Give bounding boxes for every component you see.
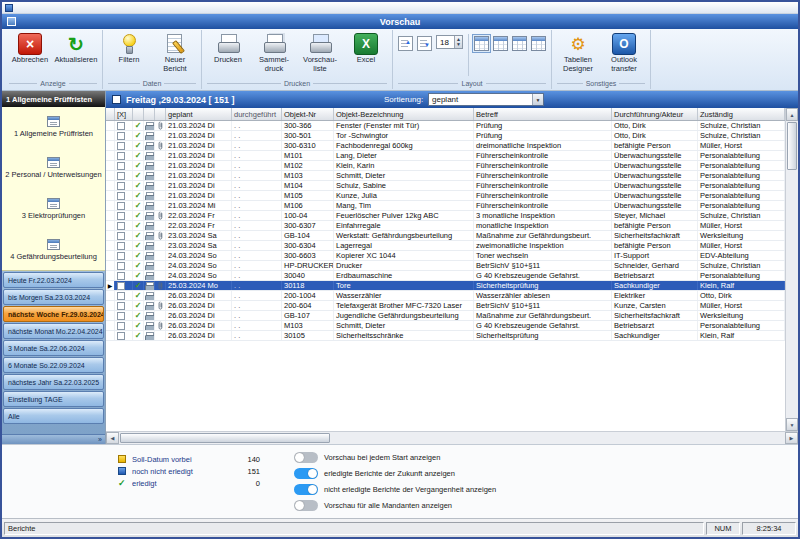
nav-button[interactable]: 6 Monate So.22.09.2024 (3, 357, 104, 373)
sidebar-category[interactable]: 3 Elektroprüfungen (2, 189, 105, 230)
table-row[interactable]: ▶✓25.03.2024 Mo. .30118ToreSicherheitspr… (106, 281, 785, 291)
toggle-switch[interactable] (294, 500, 318, 511)
table-row[interactable]: ✓21.03.2024 Di. .300-501Tor -SchwingtorP… (106, 131, 785, 141)
print-row-icon[interactable] (144, 321, 155, 330)
header-betreff[interactable]: Betreff (474, 108, 612, 120)
status-check-icon[interactable]: ✓ (133, 181, 144, 190)
print-row-icon[interactable] (144, 311, 155, 320)
table-row[interactable]: ✓26.03.2024 Di. .GB-107Jugendliche Gefäh… (106, 311, 785, 321)
nav-button[interactable]: Heute Fr.22.03.2024 (3, 272, 104, 288)
status-check-icon[interactable]: ✓ (133, 311, 144, 320)
header-icon-col[interactable] (133, 108, 144, 120)
print-row-icon[interactable] (144, 331, 155, 340)
table-row[interactable]: ✓24.03.2024 So. .HP-DRUCKERDruckerBetrSi… (106, 261, 785, 271)
print-row-icon[interactable] (144, 261, 155, 270)
row-checkbox[interactable] (115, 191, 133, 200)
row-checkbox[interactable] (115, 181, 133, 190)
vertical-scroll-track[interactable] (786, 171, 798, 418)
row-checkbox[interactable] (115, 231, 133, 240)
print-row-icon[interactable] (144, 281, 155, 290)
designer-button[interactable]: Tabellen Designer (555, 31, 601, 75)
nav-button[interactable]: nächste Monat Mo.22.04.2024 (3, 323, 104, 339)
rows-down-button[interactable] (415, 34, 434, 53)
rows-up-button[interactable] (396, 34, 415, 53)
header-durchfuehrung-akteur[interactable]: Durchführung/Akteur (612, 108, 698, 120)
status-check-icon[interactable]: ✓ (133, 251, 144, 260)
nav-button[interactable]: 3 Monate Sa.22.06.2024 (3, 340, 104, 356)
table-row[interactable]: ✓26.03.2024 Di. .200-604Telefaxgerät Bro… (106, 301, 785, 311)
print-row-icon[interactable] (144, 201, 155, 210)
refresh-button[interactable]: Aktualisieren (53, 31, 99, 67)
nav-button[interactable]: nächste Woche Fr.29.03.2024 (3, 306, 104, 322)
print-row-icon[interactable] (144, 131, 155, 140)
row-checkbox[interactable] (115, 281, 133, 290)
dialog-titlebar[interactable]: Vorschau (2, 14, 798, 29)
row-checkbox[interactable] (115, 291, 133, 300)
header-geplant[interactable]: geplant (166, 108, 232, 120)
status-check-icon[interactable]: ✓ (133, 321, 144, 330)
scroll-up-icon[interactable]: ▲ (786, 108, 798, 121)
nav-button[interactable]: Einstellung TAGE (3, 391, 104, 407)
status-check-icon[interactable]: ✓ (133, 261, 144, 270)
header-icon-col[interactable] (144, 108, 155, 120)
row-checkbox[interactable] (115, 151, 133, 160)
table-row[interactable]: ✓21.03.2024 Di. .M102Klein, KarinFührers… (106, 161, 785, 171)
horizontal-scroll-thumb[interactable] (120, 433, 330, 443)
status-check-icon[interactable]: ✓ (133, 291, 144, 300)
printer-button[interactable]: Drucken (205, 31, 251, 67)
table-row[interactable]: ✓22.03.2024 Fr. .100-04Feuerlöscher Pulv… (106, 211, 785, 221)
grid-3-button[interactable] (510, 34, 529, 53)
status-check-icon[interactable]: ✓ (133, 191, 144, 200)
table-row[interactable]: ✓26.03.2024 Di. .30105Sicherheitsschränk… (106, 331, 785, 341)
nav-button[interactable]: Alle (3, 408, 104, 424)
row-checkbox[interactable] (115, 131, 133, 140)
row-checkbox[interactable] (115, 221, 133, 230)
print-row-icon[interactable] (144, 251, 155, 260)
row-checkbox[interactable] (115, 261, 133, 270)
table-row[interactable]: ✓21.03.2024 Di. .300-6310Fachbodenregal … (106, 141, 785, 151)
grid-2-button[interactable] (491, 34, 510, 53)
print-row-icon[interactable] (144, 171, 155, 180)
table-row[interactable]: ✓23.03.2024 Sa. .GB-104Werkstatt: Gefähr… (106, 231, 785, 241)
select-all-checkbox[interactable] (112, 95, 121, 104)
print-row-icon[interactable] (144, 221, 155, 230)
table-row[interactable]: ✓26.03.2024 Di. .M103Schmitt, DieterG 40… (106, 321, 785, 331)
status-check-icon[interactable]: ✓ (133, 331, 144, 340)
print-row-icon[interactable] (144, 241, 155, 250)
grid-4-button[interactable] (529, 34, 548, 53)
row-checkbox[interactable] (115, 251, 133, 260)
header-objekt-bezeichnung[interactable]: Objekt-Bezeichnung (334, 108, 474, 120)
table-row[interactable]: ✓21.03.2024 Mi. .M106Mang, TimFührersche… (106, 201, 785, 211)
sidebar-category[interactable]: 2 Personal / Unterweisungen (2, 148, 105, 189)
header-durchgefuehrt[interactable]: durchgeführt (232, 108, 282, 120)
row-checkbox[interactable] (115, 141, 133, 150)
status-check-icon[interactable]: ✓ (133, 141, 144, 150)
table-row[interactable]: ✓21.03.2024 Di. .M105Kunze, JuliaFührers… (106, 191, 785, 201)
row-checkbox[interactable] (115, 161, 133, 170)
horizontal-scrollbar[interactable]: ◀ ▶ (106, 431, 798, 444)
status-check-icon[interactable]: ✓ (133, 161, 144, 170)
sort-dropdown[interactable]: geplant ▼ (428, 93, 544, 106)
print-row-icon[interactable] (144, 271, 155, 280)
row-checkbox[interactable] (115, 311, 133, 320)
status-check-icon[interactable]: ✓ (133, 171, 144, 180)
row-checkbox[interactable] (115, 321, 133, 330)
status-check-icon[interactable]: ✓ (133, 201, 144, 210)
horizontal-scroll-track[interactable] (331, 432, 785, 444)
toggle-switch[interactable] (294, 484, 318, 495)
status-check-icon[interactable]: ✓ (133, 231, 144, 240)
print-row-icon[interactable] (144, 301, 155, 310)
table-row[interactable]: ✓21.03.2024 Di. .M104Schulz, SabineFühre… (106, 181, 785, 191)
row-checkbox[interactable] (115, 171, 133, 180)
status-check-icon[interactable]: ✓ (133, 271, 144, 280)
status-check-icon[interactable]: ✓ (133, 301, 144, 310)
toggle-switch[interactable] (294, 452, 318, 463)
chevron-down-icon[interactable]: ▼ (532, 94, 543, 105)
status-check-icon[interactable]: ✓ (133, 151, 144, 160)
table-row[interactable]: ✓21.03.2024 Di. .M103Schmitt, DieterFühr… (106, 171, 785, 181)
table-row[interactable]: ✓22.03.2024 Fr. .300-6307Einfahrregalemo… (106, 221, 785, 231)
scroll-left-icon[interactable]: ◀ (106, 432, 119, 444)
header-zustaendig[interactable]: Zuständig (698, 108, 785, 120)
nav-button[interactable]: bis Morgen Sa.23.03.2024 (3, 289, 104, 305)
status-check-icon[interactable]: ✓ (133, 281, 144, 290)
